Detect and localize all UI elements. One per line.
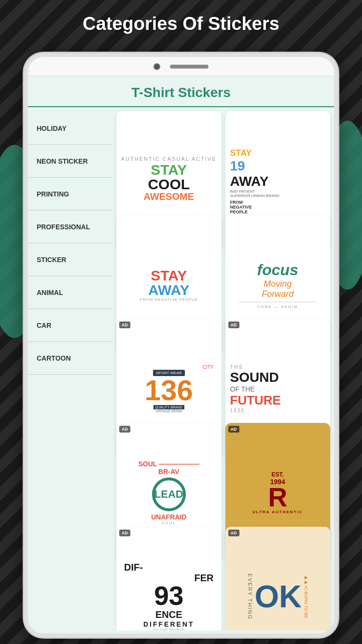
phone-speaker <box>170 65 209 69</box>
app-header: T-Shirt Stickers <box>28 76 334 107</box>
ad-badge: AD <box>119 322 130 328</box>
sidebar-item-car[interactable]: CAR <box>28 309 112 342</box>
sidebar-item-sticker[interactable]: STICKER <box>28 243 112 276</box>
page-title: Categories Of Stickers <box>0 14 362 34</box>
main-layout: HOLIDAY NEON STICKER PRINTING PROFESSION… <box>28 107 334 630</box>
phone-camera <box>153 63 160 70</box>
phone-top-bar <box>28 57 334 76</box>
ad-badge-4: AD <box>228 426 239 433</box>
sidebar-item-printing[interactable]: PRINTING <box>28 178 112 210</box>
sticker-different-93[interactable]: AD DIF- FER 93 ENCE DIFFERENT TO THE WOR… <box>116 527 222 630</box>
sidebar-item-animal[interactable]: ANIMAL <box>28 276 112 309</box>
sidebar-item-holiday[interactable]: HOLIDAY <box>28 112 112 145</box>
lead-circle: LEAD <box>152 477 186 511</box>
ad-badge-5: AD <box>119 530 130 536</box>
app-header-title: T-Shirt Stickers <box>28 85 334 100</box>
sticker-grid[interactable]: AUTHENTIC CASUAL ACTIVE STAY COOL AWESOM… <box>112 107 334 630</box>
ad-badge-2: AD <box>228 322 239 328</box>
sticker-ok[interactable]: AD EVERY THING OK ▶▶ IC-BORN TO BE <box>225 527 331 630</box>
sidebar-item-neon[interactable]: NEON STICKER <box>28 145 112 178</box>
ad-badge-3: AD <box>119 426 130 433</box>
sidebar-item-cartoon[interactable]: CARTOON <box>28 342 112 375</box>
phone-content: T-Shirt Stickers HOLIDAY NEON STICKER PR… <box>28 76 334 633</box>
ad-badge-6: AD <box>228 530 239 536</box>
phone-frame: T-Shirt Stickers HOLIDAY NEON STICKER PR… <box>24 53 338 637</box>
sidebar: HOLIDAY NEON STICKER PRINTING PROFESSION… <box>28 107 112 630</box>
sidebar-item-professional[interactable]: PROFESSIONAL <box>28 210 112 243</box>
